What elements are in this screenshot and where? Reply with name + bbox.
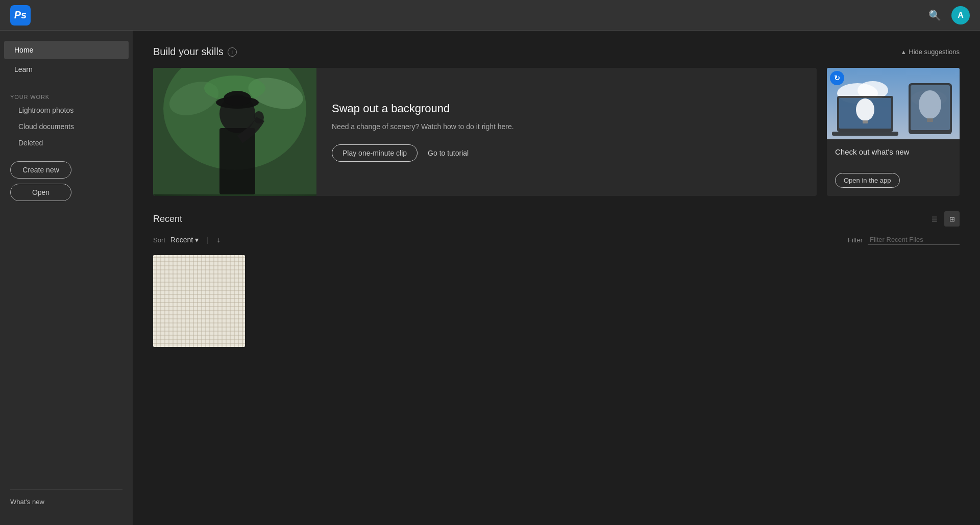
recent-header: Recent ☰ ⊞	[153, 211, 960, 227]
list-view-button[interactable]: ☰	[927, 211, 942, 227]
search-button[interactable]: 🔍	[928, 9, 941, 21]
sidebar-item-home[interactable]: Home	[4, 41, 129, 59]
create-new-button[interactable]: Create new	[10, 161, 71, 179]
secondary-card-title: Check out what's new	[835, 147, 951, 156]
weave-pattern	[153, 255, 245, 347]
svg-rect-20	[863, 120, 868, 123]
sidebar-item-learn[interactable]: Learn	[4, 60, 129, 79]
sort-divider: |	[207, 236, 209, 244]
feature-image	[153, 68, 316, 196]
sort-row: Sort Recent ▾ | ↓ Filter	[153, 235, 960, 245]
list-view-icon: ☰	[932, 215, 938, 223]
top-bar-right: 🔍 A	[928, 6, 970, 24]
recent-title: Recent	[153, 214, 182, 224]
feature-illustration	[153, 68, 316, 194]
feature-actions: Play one-minute clip Go to tutorial	[332, 144, 801, 162]
search-icon: 🔍	[928, 10, 941, 21]
content-area: Build your skills i ▴ Hide suggestions	[133, 31, 980, 525]
svg-point-19	[856, 98, 874, 121]
sidebar-item-deleted[interactable]: Deleted	[4, 135, 129, 151]
sort-desc-icon: ↓	[217, 236, 220, 244]
chevron-up-icon: ▴	[902, 48, 905, 56]
sort-order-button[interactable]: ↓	[217, 236, 220, 244]
avatar[interactable]: A	[951, 6, 970, 24]
sidebar-item-whats-new[interactable]: What's new	[10, 494, 122, 510]
chevron-down-icon: ▾	[195, 236, 199, 244]
svg-rect-22	[927, 118, 933, 122]
sidebar-item-cloud-documents[interactable]: Cloud documents	[4, 118, 129, 135]
secondary-illustration: ↻	[827, 68, 960, 139]
svg-point-21	[919, 90, 941, 119]
main-layout: Home Learn YOUR WORK Lightroom photos Cl…	[0, 31, 980, 525]
sidebar-buttons: Create new Open	[0, 156, 133, 206]
thumbnail-image	[153, 255, 245, 347]
sort-label: Sort	[153, 236, 165, 244]
sidebar-bottom: What's new	[0, 480, 133, 515]
open-in-app-button[interactable]: Open in the app	[835, 173, 900, 188]
feature-title: Swap out a background	[332, 102, 801, 115]
svg-rect-8	[224, 91, 251, 106]
app-logo: Ps	[10, 5, 31, 26]
recent-section: Recent ☰ ⊞ Sort Recent ▾ |	[153, 211, 960, 347]
go-to-tutorial-button[interactable]: Go to tutorial	[428, 149, 469, 157]
grid-view-icon: ⊞	[949, 215, 955, 223]
your-work-label: YOUR WORK	[0, 89, 133, 102]
secondary-card: ↻ Check out what's new Open in the app	[827, 68, 960, 196]
sort-dropdown[interactable]: Recent ▾	[170, 236, 199, 244]
feature-image-inner	[153, 68, 316, 196]
sidebar: Home Learn YOUR WORK Lightroom photos Cl…	[0, 31, 133, 525]
top-bar: Ps 🔍 A	[0, 0, 980, 31]
feature-description: Need a change of scenery? Watch how to d…	[332, 121, 801, 132]
thumbnail-item[interactable]	[153, 255, 245, 347]
grid-view-button[interactable]: ⊞	[944, 211, 960, 227]
info-icon[interactable]: i	[228, 47, 237, 57]
feature-content: Swap out a background Need a change of s…	[316, 68, 817, 196]
skills-row: Swap out a background Need a change of s…	[153, 68, 960, 196]
svg-rect-6	[219, 128, 255, 194]
svg-rect-16	[832, 132, 898, 136]
filter-section: Filter	[848, 235, 960, 245]
filter-label: Filter	[848, 236, 863, 244]
secondary-card-content: Check out what's new Open in the app	[827, 139, 960, 196]
play-clip-button[interactable]: Play one-minute clip	[332, 144, 418, 162]
thumbnail-grid	[153, 255, 960, 347]
sidebar-item-lightroom-photos[interactable]: Lightroom photos	[4, 102, 129, 118]
skills-section-title: Build your skills i	[153, 46, 237, 58]
skills-section-header: Build your skills i ▴ Hide suggestions	[153, 46, 960, 58]
filter-input[interactable]	[868, 235, 960, 245]
open-button[interactable]: Open	[10, 184, 71, 201]
sidebar-nav: Home Learn	[0, 41, 133, 79]
secondary-card-image: ↻	[827, 68, 960, 139]
svg-point-9	[254, 111, 264, 123]
feature-card: Swap out a background Need a change of s…	[153, 68, 817, 196]
view-toggle: ☰ ⊞	[927, 211, 960, 227]
svg-text:↻: ↻	[834, 74, 840, 82]
hide-suggestions-button[interactable]: ▴ Hide suggestions	[902, 48, 960, 56]
